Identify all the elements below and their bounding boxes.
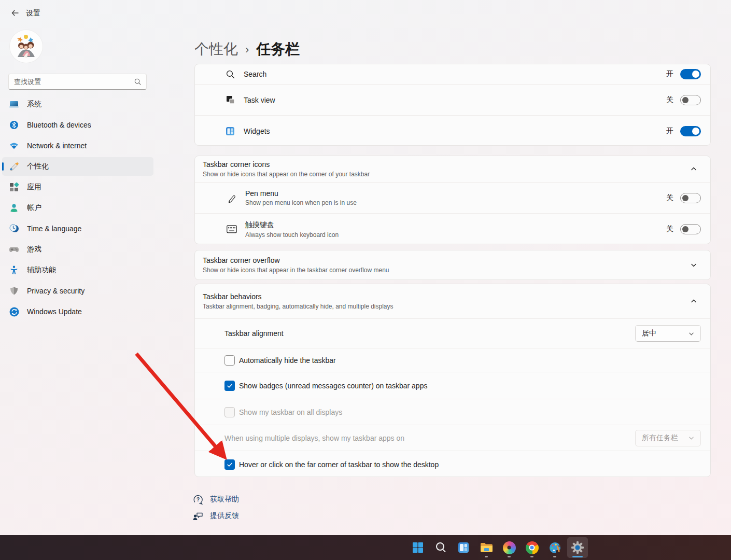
sidebar-item-system[interactable]: 系统 [2, 95, 153, 114]
pen-menu-toggle[interactable] [680, 193, 701, 203]
breadcrumb-parent[interactable]: 个性化 [194, 39, 238, 59]
sidebar-item-network-internet[interactable]: Network & internet [2, 136, 153, 155]
sidebar-item-accessibility[interactable]: 辅助功能 [2, 261, 153, 279]
corner-overflow-header[interactable]: Taskbar corner overflow Show or hide ico… [195, 250, 710, 279]
breadcrumb-separator: › [245, 42, 249, 57]
apps-icon [9, 182, 19, 192]
widgets-toggle[interactable] [680, 126, 701, 136]
paint-button[interactable] [544, 537, 565, 558]
setting-row-widgets[interactable]: Widgets 开 [195, 115, 710, 146]
corner-icons-card: Taskbar corner icons Show or hide icons … [194, 156, 711, 244]
all-displays-row: Show my taskbar on all displays [195, 399, 710, 425]
chrome-button[interactable] [522, 537, 542, 558]
section-subtitle: Show or hide icons that appear on the co… [203, 171, 710, 178]
setting-row-search[interactable]: Search 开 [195, 64, 710, 84]
task-view-toggle[interactable] [680, 95, 701, 105]
taskbar-alignment-dropdown[interactable]: 居中 [635, 325, 701, 342]
settings-search-box [8, 74, 147, 90]
get-help-link[interactable]: ? 获取帮助 [192, 494, 239, 505]
search-icon[interactable] [134, 78, 141, 85]
show-badges-checkbox[interactable] [224, 381, 235, 391]
windows-taskbar [0, 535, 731, 560]
section-title: Taskbar corner overflow [203, 256, 710, 264]
row-description: Always show touch keyboard icon [245, 231, 339, 239]
accessibility-icon [9, 265, 19, 275]
give-feedback-link[interactable]: 提供反馈 [192, 511, 239, 521]
sidebar-item-personalization[interactable]: 个性化 [2, 157, 153, 176]
setting-row-touch-keyboard[interactable]: 触摸键盘 Always show touch keyboard icon 关 [195, 213, 710, 244]
bluetooth-icon [9, 120, 19, 130]
sidebar-item-label: Network & internet [27, 142, 87, 150]
privacy-shield-icon [9, 286, 19, 296]
section-subtitle: Show or hide icons that appear in the ta… [203, 267, 710, 274]
breadcrumb: 个性化 › 任务栏 [194, 39, 300, 59]
feedback-icon [192, 511, 204, 521]
setting-row-pen-menu[interactable]: Pen menu Show pen menu icon when pen is … [195, 182, 710, 213]
toggle-state-label: 关 [666, 225, 673, 234]
settings-gear-icon [571, 541, 584, 554]
behaviors-card: Taskbar behaviors Taskbar alignment, bad… [194, 284, 711, 477]
taskbar-widgets-button[interactable] [453, 537, 474, 558]
row-description: Show pen menu icon when pen is in use [245, 199, 357, 206]
back-button[interactable] [7, 6, 23, 20]
start-button[interactable] [407, 537, 428, 558]
toggle-state-label: 关 [666, 95, 673, 105]
taskbar-items-card: Search 开 Task view 关 Widgets 开 [194, 64, 711, 146]
collapse-chevron-up-icon[interactable] [687, 162, 700, 176]
search-icon [435, 542, 446, 553]
search-toggle[interactable] [680, 69, 701, 79]
corner-overflow-card: Taskbar corner overflow Show or hide ico… [194, 250, 711, 280]
multi-display-dropdown[interactable]: 所有任务栏 [635, 430, 701, 446]
toggle-state-label: 开 [666, 69, 673, 79]
multi-display-row: When using multiple displays, show my ta… [195, 425, 710, 451]
search-input[interactable] [14, 78, 134, 86]
sidebar-item-apps[interactable]: 应用 [2, 178, 153, 197]
sidebar-item-label: Privacy & security [27, 287, 85, 295]
sidebar-item-label: 帐户 [27, 203, 41, 213]
sidebar-item-privacy-security[interactable]: Privacy & security [2, 282, 153, 300]
link-label: 提供反馈 [210, 511, 239, 521]
taskbar-search-button[interactable] [430, 537, 451, 558]
user-avatar [10, 30, 43, 63]
behaviors-header[interactable]: Taskbar behaviors Taskbar alignment, bad… [195, 284, 710, 318]
dropdown-value: 所有任务栏 [642, 433, 678, 443]
accounts-icon [9, 203, 19, 213]
touch-keyboard-icon [226, 223, 237, 235]
corner-icons-header[interactable]: Taskbar corner icons Show or hide icons … [195, 156, 710, 182]
sidebar-item-windows-update[interactable]: Windows Update [2, 302, 153, 321]
search-row-icon [224, 68, 236, 80]
collapse-chevron-up-icon[interactable] [687, 295, 700, 308]
row-label: Task view [244, 96, 275, 104]
sidebar-item-label: 辅助功能 [27, 265, 56, 275]
row-label: 触摸键盘 [245, 220, 339, 230]
expand-chevron-down-icon[interactable] [687, 258, 700, 272]
file-explorer-icon [480, 542, 493, 553]
color-wheel-app-button[interactable] [499, 537, 519, 558]
hover-show-desktop-row[interactable]: Hover or click on the far corner of task… [195, 451, 710, 477]
sidebar-item-gaming[interactable]: 游戏 [2, 240, 153, 259]
settings-button[interactable] [567, 537, 588, 558]
page-title: 任务栏 [256, 39, 300, 59]
help-icon: ? [192, 494, 204, 505]
row-label: Taskbar alignment [224, 329, 284, 338]
file-explorer-button[interactable] [476, 537, 497, 558]
auto-hide-taskbar-row[interactable]: Automatically hide the taskbar [195, 348, 710, 372]
hover-show-desktop-checkbox[interactable] [224, 459, 235, 470]
sidebar-item-label: 游戏 [27, 245, 41, 254]
sidebar-item-accounts[interactable]: 帐户 [2, 199, 153, 217]
arrow-left-icon [11, 9, 19, 17]
touch-keyboard-toggle[interactable] [680, 224, 701, 234]
sidebar-item-label: Time & language [27, 225, 81, 233]
sidebar-item-bluetooth-devices[interactable]: Bluetooth & devices [2, 116, 153, 134]
auto-hide-checkbox[interactable] [224, 355, 235, 366]
section-title: Taskbar behaviors [203, 292, 710, 301]
sidebar-nav: 系统 Bluetooth & devices Network & interne… [2, 95, 153, 323]
row-label: Search [244, 70, 266, 78]
toggle-state-label: 开 [666, 127, 673, 136]
start-icon [412, 542, 424, 553]
show-badges-row[interactable]: Show badges (unread messages counter) on… [195, 372, 710, 399]
setting-row-task-view[interactable]: Task view 关 [195, 84, 710, 115]
sidebar-item-time-language[interactable]: Time & language [2, 219, 153, 238]
svg-text:?: ? [196, 497, 200, 502]
checkbox-label: Show my taskbar on all displays [239, 408, 342, 416]
